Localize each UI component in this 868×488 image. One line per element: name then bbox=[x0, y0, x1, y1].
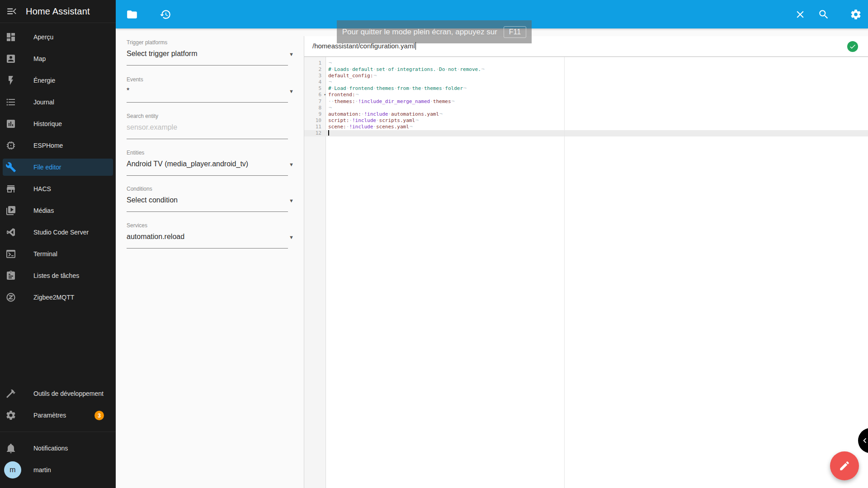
sidebar-item-historique[interactable]: Historique bbox=[0, 113, 116, 135]
field-label: Search entity bbox=[127, 113, 158, 119]
field-value: * bbox=[127, 87, 286, 95]
close-icon[interactable] bbox=[794, 9, 806, 20]
play-box-icon bbox=[5, 205, 16, 216]
dropdown-arrow-icon: ▼ bbox=[289, 235, 294, 240]
dropdown-arrow-icon: ▼ bbox=[289, 162, 294, 167]
eol-marker: ¬ bbox=[410, 124, 413, 130]
field-underline bbox=[127, 248, 288, 249]
sidebar-item-hacs[interactable]: HACS bbox=[0, 178, 116, 200]
code-line-2[interactable]: 2#·Loads·default·set·of·integrations.·Do… bbox=[304, 66, 868, 73]
code-line-3[interactable]: 3default_config:¬ bbox=[304, 73, 868, 79]
zigbee-icon bbox=[5, 292, 16, 303]
lightning-bolt-icon bbox=[5, 75, 16, 86]
code-line-8[interactable]: 8¬ bbox=[304, 105, 868, 111]
chip-icon bbox=[5, 140, 16, 151]
field-search-entity[interactable]: Search entitysensor.example bbox=[127, 113, 294, 139]
chart-box-icon bbox=[5, 118, 16, 129]
check-icon bbox=[847, 41, 858, 52]
cog-icon bbox=[5, 410, 16, 421]
code-line-10[interactable]: 10script:·!include·scripts.yaml¬ bbox=[304, 117, 868, 124]
folder-icon[interactable] bbox=[126, 9, 138, 20]
field-label: Conditions bbox=[127, 186, 152, 192]
code-line-6[interactable]: 6▾frontend:¬ bbox=[304, 92, 868, 98]
sidebar-item-user[interactable]: m martin bbox=[0, 459, 116, 481]
code-line-4[interactable]: 4¬ bbox=[304, 79, 868, 85]
sidebar-header: Home Assistant bbox=[0, 0, 116, 23]
line-number: 5 bbox=[304, 85, 326, 92]
code-line-9[interactable]: 9automation:·!include·automations.yaml¬ bbox=[304, 111, 868, 117]
eol-marker: ¬ bbox=[356, 92, 359, 98]
code-lines: 1¬2#·Loads·default·set·of·integrations.·… bbox=[304, 60, 868, 136]
history-icon[interactable] bbox=[160, 9, 171, 20]
list-bulleted-icon bbox=[5, 97, 16, 108]
editor-helper-panel: Trigger platformsSelect trigger platform… bbox=[116, 28, 304, 488]
column-ruler bbox=[564, 57, 565, 488]
clipboard-list-icon bbox=[5, 270, 16, 281]
edit-fab[interactable] bbox=[830, 451, 859, 480]
sidebar-item-listes-de-taches[interactable]: Listes de tâches bbox=[0, 265, 116, 286]
field-conditions[interactable]: ConditionsSelect condition▼ bbox=[127, 186, 294, 212]
line-number: 12 bbox=[304, 130, 326, 136]
eol-marker: ¬ bbox=[463, 85, 467, 91]
eol-marker: ¬ bbox=[415, 117, 419, 123]
code-line-7[interactable]: 7··themes:·!include_dir_merge_named·them… bbox=[304, 99, 868, 105]
toast-message: Pour quitter le mode plein écran, appuye… bbox=[342, 28, 497, 37]
code-editor[interactable]: 1¬2#·Loads·default·set·of·integrations.·… bbox=[304, 57, 868, 488]
sidebar-divider bbox=[0, 432, 116, 432]
eol-marker: ¬ bbox=[373, 73, 377, 79]
hammer-icon bbox=[5, 388, 16, 399]
fold-arrow-icon[interactable]: ▾ bbox=[324, 92, 326, 98]
eol-marker: ¬ bbox=[439, 111, 443, 117]
sidebar-menu: AperçuMapÉnergieJournalHistoriqueESPHome… bbox=[0, 26, 116, 308]
line-number: 1 bbox=[304, 60, 326, 66]
sidebar-item-medias[interactable]: Médias bbox=[0, 200, 116, 221]
sidebar-item-notifications[interactable]: Notifications bbox=[0, 437, 116, 459]
line-number: 8 bbox=[304, 105, 326, 111]
line-number: 11 bbox=[304, 124, 326, 130]
field-trigger-platforms[interactable]: Trigger platformsSelect trigger platform… bbox=[127, 39, 294, 66]
dropdown-arrow-icon: ▼ bbox=[289, 198, 294, 203]
field-value: Select trigger platform bbox=[127, 50, 286, 58]
eol-marker: ¬ bbox=[329, 79, 332, 85]
field-underline bbox=[127, 102, 288, 103]
field-underline bbox=[127, 211, 288, 212]
line-number: 2 bbox=[304, 66, 326, 73]
search-icon[interactable] bbox=[818, 9, 830, 20]
chevron-left-icon bbox=[860, 436, 868, 446]
sidebar-item-map[interactable]: Map bbox=[0, 48, 116, 70]
sidebar-item-terminal[interactable]: Terminal bbox=[0, 243, 116, 265]
sidebar-item-file-editor[interactable]: File editor bbox=[3, 159, 113, 176]
sidebar-item-apercu[interactable]: Aperçu bbox=[0, 26, 116, 48]
dropdown-arrow-icon: ▼ bbox=[289, 52, 294, 57]
field-value: Android TV (media_player.android_tv) bbox=[127, 160, 286, 168]
code-line-5[interactable]: 5#·Load·frontend·themes·from·the·themes·… bbox=[304, 85, 868, 92]
field-label: Entities bbox=[127, 150, 144, 156]
field-underline bbox=[127, 139, 288, 139]
wrench-icon bbox=[5, 162, 16, 173]
sidebar-item-zigbee2mqtt[interactable]: Zigbee2MQTT bbox=[0, 286, 116, 308]
avatar: m bbox=[4, 461, 21, 479]
settings-icon[interactable] bbox=[850, 9, 862, 20]
field-events[interactable]: Events*▼ bbox=[127, 76, 294, 103]
sidebar-item-esphome[interactable]: ESPHome bbox=[0, 135, 116, 156]
field-entities[interactable]: EntitiesAndroid TV (media_player.android… bbox=[127, 150, 294, 176]
bell-icon bbox=[5, 443, 16, 454]
sidebar-item-journal[interactable]: Journal bbox=[0, 91, 116, 113]
file-editor: /homeassistant/configuration.yaml 1¬2#·L… bbox=[304, 36, 868, 488]
fullscreen-toast: Pour quitter le mode plein écran, appuye… bbox=[337, 20, 532, 43]
code-line-12[interactable]: 12 bbox=[304, 130, 868, 136]
sidebar-item-energie[interactable]: Énergie bbox=[0, 70, 116, 91]
sidebar-item-studio-code-server[interactable]: Studio Code Server bbox=[0, 221, 116, 243]
sidebar-item-outils-de-developpement[interactable]: Outils de développement bbox=[0, 383, 116, 404]
code-line-1[interactable]: 1¬ bbox=[304, 60, 868, 66]
field-services[interactable]: Servicesautomation.reload▼ bbox=[127, 222, 294, 249]
pencil-icon bbox=[839, 460, 850, 472]
field-value: automation.reload bbox=[127, 233, 286, 241]
code-line-11[interactable]: 11scene:·!include·scenes.yaml¬ bbox=[304, 124, 868, 130]
menu-open-icon[interactable] bbox=[4, 4, 20, 20]
storefront-icon bbox=[5, 183, 16, 194]
sidebar-item-parametres[interactable]: Paramètres3 bbox=[0, 404, 116, 426]
notification-count-badge: 3 bbox=[94, 411, 104, 420]
app-title: Home Assistant bbox=[26, 0, 90, 23]
vscode-icon bbox=[5, 227, 16, 238]
